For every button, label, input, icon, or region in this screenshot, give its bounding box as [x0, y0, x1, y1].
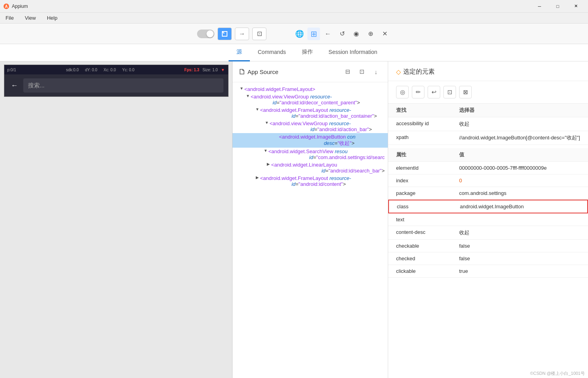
status-dy: dY: 0.0 — [85, 68, 97, 72]
spacer — [388, 145, 588, 148]
attr-key: xpath — [396, 134, 459, 140]
status-p01: p:0/1 — [7, 68, 16, 72]
menu-file[interactable]: File — [3, 14, 16, 22]
locate-button[interactable]: ◎ — [396, 86, 409, 98]
arrow-icon: ▼ — [245, 94, 251, 98]
tree-node-text: <android.widget.FrameLayout resource- id… — [260, 107, 377, 119]
title-bar-controls: ─ □ ✕ — [530, 0, 585, 13]
select-button[interactable] — [218, 28, 232, 40]
device-search-bar: 搜索... — [23, 78, 223, 93]
attr-key: accessibility id — [396, 120, 459, 126]
attr-row-package: package com.android.settings — [388, 187, 588, 200]
tab-source[interactable]: 源 — [229, 44, 250, 61]
arrow-icon: ▼ — [264, 120, 270, 125]
attr-value: android.widget.ImageButton — [460, 204, 579, 209]
arrow-icon: ▶ — [255, 175, 260, 180]
attr-row-checkable: checkable false — [388, 240, 588, 252]
expand-button[interactable]: ⊟ — [342, 66, 353, 77]
tree-node-searchview[interactable]: ▼ <android.widget.SearchView resou id="c… — [233, 148, 388, 161]
file-icon — [239, 69, 245, 75]
attr-key: checkable — [396, 243, 459, 249]
attr-key: class — [397, 204, 460, 209]
attributes-section: 查找 选择器 accessibility id 收起 xpath //andro… — [388, 104, 588, 378]
attr-key: index — [396, 178, 459, 183]
toolbar-nav: 🌐 ⊞ ← ↺ ◉ ⊕ ✕ — [293, 28, 391, 40]
status-xc: Xc: 0.0 — [104, 68, 116, 72]
tree-node-framelayout2[interactable]: ▼ <android.widget.FrameLayout resource- … — [233, 106, 388, 120]
undo-button[interactable]: ↩ — [428, 86, 440, 98]
app-title: Appium — [12, 4, 28, 9]
nav-close-button[interactable]: ✕ — [378, 28, 391, 40]
right-panel-header: ◇ 选定的元素 — [388, 61, 588, 81]
tree-node-imagebutton[interactable]: <android.widget.ImageButton con desc="收起… — [233, 133, 388, 148]
tab-commands[interactable]: Commands — [250, 44, 294, 61]
tree-node-text: <android.widget.ImageButton con desc="收起… — [279, 134, 355, 147]
device-back-button[interactable]: ← — [9, 80, 20, 91]
attr-row-accessibility-id: accessibility id 收起 — [388, 117, 588, 131]
app-source-title: App Source — [239, 69, 278, 75]
attr-value: false — [459, 256, 580, 261]
attr-value: true — [459, 268, 580, 274]
status-right: Fps: 1.3 Size: 1.0 ▼ — [184, 68, 225, 72]
minimize-button[interactable]: ─ — [530, 0, 549, 13]
status-fps: Fps: 1.3 — [184, 68, 199, 72]
element-actions: ◎ ✏ ↩ ⊡ ⊠ — [388, 81, 588, 104]
attrs-header-props: 属性 值 — [388, 148, 588, 162]
nav-grid-button[interactable]: ⊞ — [307, 28, 320, 40]
attr-value: 0 — [459, 178, 580, 183]
col-attr: 属性 — [396, 151, 459, 158]
nav-search-button[interactable]: ⊕ — [364, 28, 377, 40]
tree-node-framelayout[interactable]: ▼ <android.widget.FrameLayout> — [233, 85, 388, 93]
nav-refresh-button[interactable]: ↺ — [336, 28, 348, 40]
maximize-button[interactable]: □ — [549, 0, 567, 13]
status-yc: Yc: 0.0 — [122, 68, 134, 72]
tree-node-viewgroup1[interactable]: ▼ <android.view.ViewGroup resource- id="… — [233, 93, 388, 106]
device-status-bar: p:0/1 sdk:0.0 dY: 0.0 Xc: 0.0 Yc: 0.0 Fp… — [4, 65, 228, 74]
tree-node-text: <android.widget.FrameLayout resource- id… — [260, 175, 351, 187]
edit-button[interactable]: ✏ — [412, 86, 424, 98]
attr-row-text: text — [388, 213, 588, 226]
tree-node-text: <android.view.ViewGroup resource- id="an… — [251, 94, 360, 106]
attr-value: 00000000-0000-0005-7fff-ffff0000009e — [459, 165, 580, 171]
tab-actions[interactable]: 操作 — [294, 44, 321, 61]
app-source-header: App Source ⊟ ⊡ ↓ — [233, 61, 388, 82]
attr-value: 收起 — [459, 229, 580, 236]
attr-row-elementid: elementId 00000000-0000-0005-7fff-ffff00… — [388, 162, 588, 174]
right-panel-title: 选定的元素 — [403, 68, 435, 76]
nav-inspect-button[interactable]: ◉ — [350, 28, 363, 40]
tab-session[interactable]: Session Information — [321, 44, 385, 61]
tree-node-text: <android.widget.FrameLayout> — [244, 86, 315, 92]
close-button[interactable]: ✕ — [567, 0, 585, 13]
copy-button[interactable]: ⊡ — [443, 86, 456, 98]
tree-node-framelayout3[interactable]: ▶ <android.widget.FrameLayout resource- … — [233, 174, 388, 188]
download-button[interactable]: ↓ — [370, 66, 381, 77]
attr-row-index: index 0 — [388, 174, 588, 187]
arrow-icon: ▼ — [239, 86, 244, 91]
toolbar: → ⊡ 🌐 ⊞ ← ↺ ◉ ⊕ ✕ — [0, 24, 588, 44]
attr-key: package — [396, 190, 459, 196]
tabs-row: 源 Commands 操作 Session Information — [0, 44, 588, 61]
col-val: 值 — [459, 151, 580, 158]
tree-node-text: <android.widget.SearchView resou id="com… — [268, 148, 385, 160]
title-bar-left: A Appium — [3, 3, 28, 9]
attrs-header-find: 查找 选择器 — [388, 104, 588, 117]
status-indicator: ▼ — [221, 68, 225, 72]
col-find: 查找 — [396, 107, 459, 114]
app-source-actions: ⊟ ⊡ ↓ — [342, 66, 381, 77]
attr-row-xpath: xpath //android.widget.ImageButton[@cont… — [388, 131, 588, 145]
nav-globe-button[interactable]: 🌐 — [293, 28, 306, 40]
nav-back-button[interactable]: ← — [322, 28, 334, 40]
arrow-icon: ▼ — [255, 107, 260, 111]
tree-node-viewgroup2[interactable]: ▼ <android.view.ViewGroup resource- id="… — [233, 120, 388, 133]
menu-help[interactable]: Help — [45, 14, 60, 22]
layout-button[interactable]: ⊡ — [252, 28, 266, 40]
tree-node-linearlayout[interactable]: ▶ <android.widget.LinearLayou id="androi… — [233, 161, 388, 174]
toggle-switch[interactable] — [197, 30, 214, 38]
swipe-button[interactable]: → — [235, 28, 249, 40]
timer-button[interactable]: ⊠ — [459, 86, 472, 98]
menu-view[interactable]: View — [22, 14, 38, 22]
col-selector: 选择器 — [459, 107, 580, 114]
collapse-button[interactable]: ⊡ — [356, 66, 367, 77]
title-bar: A Appium ─ □ ✕ — [0, 0, 588, 13]
arrow-icon: ▼ — [263, 148, 268, 153]
